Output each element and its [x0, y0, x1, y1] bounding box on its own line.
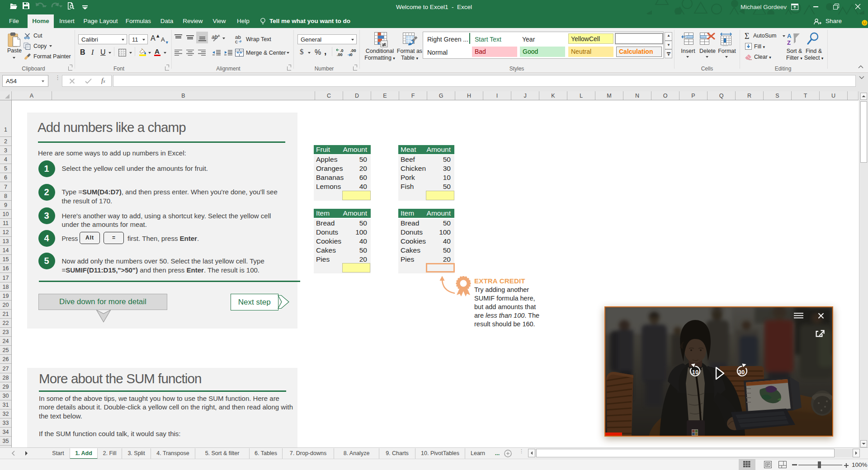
svg-text:10: 10	[692, 369, 698, 376]
svg-text:30: 30	[738, 369, 745, 376]
svg-text:.00: .00	[337, 52, 343, 57]
svg-text:A: A	[787, 33, 792, 39]
svg-text:c: c	[235, 39, 238, 43]
svg-text:Z: Z	[787, 39, 791, 45]
